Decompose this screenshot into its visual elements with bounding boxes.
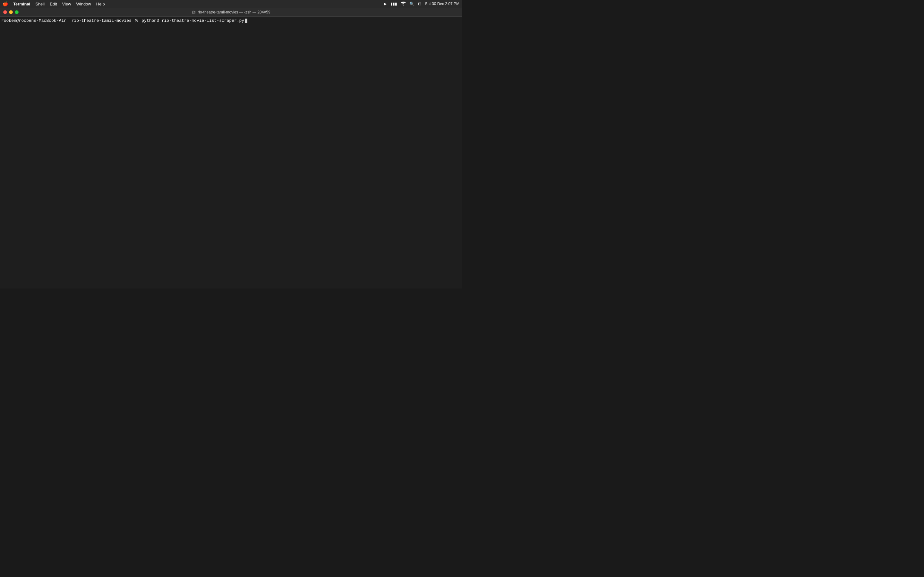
prompt-space — [68, 18, 70, 24]
prompt-command: python3 rio-theatre-movie-list-scraper.p… — [142, 18, 244, 24]
play-icon: ▶ — [384, 2, 387, 6]
control-center-icon[interactable]: ⊟ — [418, 2, 421, 6]
menu-edit[interactable]: Edit — [50, 2, 57, 6]
window-title-text: rio-theatre-tamil-movies — -zsh — 204×59 — [198, 10, 270, 15]
terminal-cursor — [245, 19, 247, 23]
menu-view[interactable]: View — [62, 2, 71, 6]
prompt-symbol: % — [133, 18, 140, 24]
title-bar: 🗂 rio-theatre-tamil-movies — -zsh — 204×… — [0, 8, 462, 17]
menubar-right: ▶ ▮▮▮ 🔍 ⊟ Sat 30 Dec 2:07 PM — [384, 2, 459, 6]
prompt-user-host: rooben@roobens-MacBook-Air — [1, 18, 66, 24]
menu-window[interactable]: Window — [76, 2, 91, 6]
terminal-content[interactable]: rooben@roobens-MacBook-Air rio-theatre-t… — [0, 17, 462, 288]
maximize-button[interactable] — [15, 10, 19, 14]
menu-help[interactable]: Help — [96, 2, 105, 6]
menu-shell[interactable]: Shell — [35, 2, 45, 6]
battery-icon: ▮▮▮ — [391, 2, 397, 6]
search-icon[interactable]: 🔍 — [409, 2, 414, 6]
prompt-dir: rio-theatre-tamil-movies — [71, 18, 132, 24]
menu-terminal[interactable]: Terminal — [13, 2, 30, 6]
window-title: 🗂 rio-theatre-tamil-movies — -zsh — 204×… — [192, 10, 270, 15]
terminal-window: 🗂 rio-theatre-tamil-movies — -zsh — 204×… — [0, 8, 462, 288]
minimize-button[interactable] — [9, 10, 13, 14]
datetime: Sat 30 Dec 2:07 PM — [425, 2, 459, 6]
menubar: 🍎 Terminal Shell Edit View Window Help ▶… — [0, 0, 462, 8]
close-button[interactable] — [3, 10, 7, 14]
wifi-icon — [401, 2, 405, 6]
apple-menu[interactable]: 🍎 — [3, 1, 8, 6]
traffic-lights — [3, 10, 19, 14]
terminal-line: rooben@roobens-MacBook-Air rio-theatre-t… — [1, 18, 461, 24]
folder-icon: 🗂 — [192, 10, 196, 15]
